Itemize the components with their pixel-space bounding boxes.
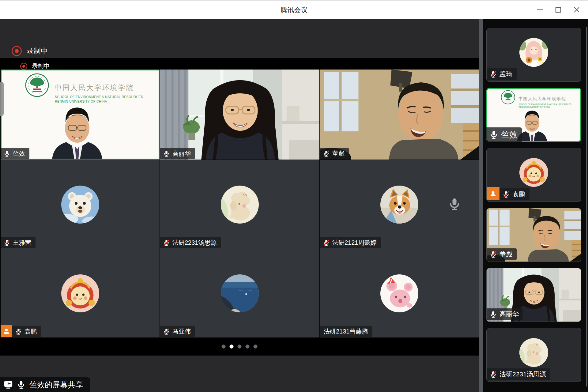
participant-name: 法研2121周懿婷 [332,239,377,247]
window-title: 腾讯会议 [0,1,588,20]
slide-subtitle-2: RENMIN UNIVERSITY OF CHINA [55,100,107,103]
avatar-dog [221,186,259,224]
recording-indicator: 录制中 [12,46,48,56]
shared-slide: 中国人民大学环境学院 SCHOOL OF ENVIRONMENT & NATUR… [1,70,160,160]
name-label: 法研2131曹藤腾 [320,326,372,337]
name-label: 董彪 [320,148,349,159]
participant-name-row: 法研2121周懿婷 [320,237,381,248]
participant-name-row: 法研2131曹藤腾 [320,326,372,337]
shared-recording-indicator: 录制中 [20,62,50,70]
participant-name-row: 马亚伟 [160,326,195,337]
mic-muted-icon [3,239,10,246]
participant-tile[interactable]: 袁鹏 [1,249,160,337]
title-bar: 腾讯会议 [0,0,588,19]
participant-name: 孟琦 [499,70,512,78]
mic-muted-icon [163,239,170,246]
participant-sidebar: 孟琦 中国人民大学环境学院 SCHOOL OF ENVIRONMENT & NA… [483,19,588,392]
avatar-sea [221,274,259,312]
pagination-dot[interactable] [245,345,249,349]
screen-share-label: 竺效的屏幕共享 [29,380,83,390]
name-label: 法研2121周懿婷 [320,237,381,248]
record-dot-icon [12,46,22,56]
avatar-teddy [61,186,99,224]
mic-muted-icon [489,371,497,378]
sidebar-participant-tile[interactable]: 中国人民大学环境学院 SCHOOL OF ENVIRONMENT & NATUR… [486,88,581,142]
participant-tile[interactable]: 法研2121周懿婷 [320,160,479,249]
panel-collapse-handle[interactable] [0,82,4,116]
mic-muted-icon [489,251,497,258]
sidebar-participant-tile[interactable]: 孟琦 [486,28,581,82]
participant-tile[interactable]: 马亚伟 [160,249,319,337]
participant-name: 袁鹏 [512,190,525,198]
member-badge-icon [487,187,499,200]
name-label: 董彪 [487,248,517,260]
participant-name-row: 董彪 [320,148,349,159]
slide-title: 中国人民大学环境学院 [518,96,566,101]
avatar-corgi [380,186,418,224]
avatar-dog [519,338,548,367]
name-label: 高丽华 [160,148,195,159]
recording-label: 录制中 [32,62,50,70]
pagination-dots [221,345,257,349]
mic-on-icon [17,380,26,389]
participant-name-row: 法研2231汤思源 [487,368,550,380]
pagination-dot[interactable] [253,345,257,349]
name-label: 王雅茜 [1,237,36,248]
close-button[interactable] [570,3,584,17]
sidebar-participant-tile[interactable]: 袁鹏 [486,148,581,202]
participant-name-row: 袁鹏 [1,325,41,337]
participant-name-row: 高丽华 [160,148,195,159]
mic-on-icon [163,150,170,157]
record-dot-icon [20,63,27,70]
video-feed [160,70,319,160]
participant-name-row: 竺效 [486,127,522,142]
participant-name-row: 袁鹏 [487,187,530,200]
video-feed [320,70,479,160]
maximize-icon [555,6,562,13]
avatar-tiger [519,158,548,187]
sidebar-participant-tile[interactable]: 高丽华 [486,268,581,322]
sidebar-participant-tile[interactable]: 法研2231汤思源 [486,328,581,382]
avatar-tiger [61,274,99,312]
name-label: 法研2231汤思源 [160,237,221,248]
sidebar-scrollbar[interactable] [586,27,587,386]
pagination-dot[interactable] [229,345,233,349]
sidebar-participant-tile[interactable]: 董彪 [486,208,581,262]
slide-subtitle-2: RENMIN UNIVERSITY OF CHINA [519,106,550,108]
participant-name-row: 王雅茜 [1,237,36,248]
slide-title: 中国人民大学环境学院 [55,84,134,92]
participant-name: 马亚伟 [172,327,191,336]
participant-tile[interactable]: 法研2231汤思源 [160,160,319,249]
mic-muted-icon [323,239,330,246]
participant-name: 法研2231汤思源 [172,239,217,247]
mic-on-icon [3,150,10,157]
screen-share-icon [4,380,13,389]
mic-muted-icon [323,150,330,157]
participant-name: 法研2231汤思源 [499,370,546,379]
minimize-icon [537,6,543,13]
mic-muted-icon [502,190,510,198]
participant-tile[interactable]: 王雅茜 [1,160,160,249]
slide-subtitle-1: SCHOOL OF ENVIRONMENT & NATURAL RESOURCE… [519,103,571,105]
participant-tile[interactable]: 董彪 [320,70,479,160]
participant-name: 竺效 [13,149,25,158]
participant-grid: 中国人民大学环境学院 SCHOOL OF ENVIRONMENT & NATUR… [1,70,479,337]
pagination-dot[interactable] [237,345,241,349]
participant-name-row: 董彪 [487,248,517,260]
name-label: 袁鹏 [499,188,530,200]
maximize-button[interactable] [551,3,565,17]
minimize-button[interactable] [533,3,547,17]
mic-muted-icon [489,70,497,78]
main-sidebar-divider [479,19,483,392]
participant-tile[interactable]: 高丽华 [160,70,319,160]
tencent-meeting-window: { "window": {"title": "腾讯会议"}, "recordin… [0,0,588,392]
participant-tile[interactable]: 中国人民大学环境学院 SCHOOL OF ENVIRONMENT & NATUR… [1,70,160,160]
main-stage: 录制中 录制中 中国人民大学环境学院 SCHOOL OF ENVIRONMENT… [0,19,479,392]
mic-muted-icon [163,328,170,335]
mic-muted-icon [15,328,22,335]
participant-name: 高丽华 [499,310,519,318]
name-label: 马亚伟 [160,326,195,337]
participant-tile[interactable]: 法研2131曹藤腾 [320,249,479,337]
participant-name: 董彪 [499,250,512,258]
pagination-dot[interactable] [221,345,225,349]
